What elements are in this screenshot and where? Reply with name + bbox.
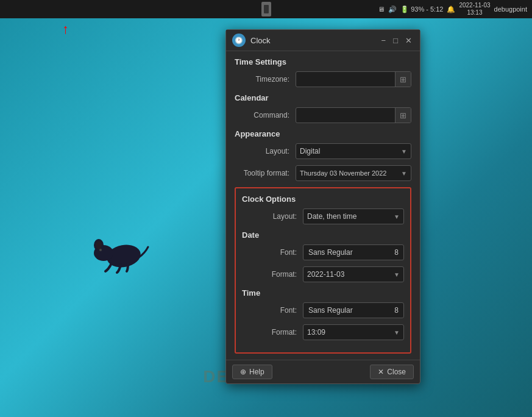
time-font-select[interactable]: Sans Regular 8 [303, 302, 404, 318]
dialog-title-area: 🕐 Clock [232, 34, 271, 47]
username-label: debugpoint [494, 5, 527, 13]
time-section-title: Time [242, 288, 404, 298]
taskbar-right: 🖥 🔊 🔋 93% - 5:12 🔔 2022-11-03 13:13 debu… [378, 2, 527, 16]
arrow-indicator: ↑ [62, 21, 69, 37]
battery-icon: 🔋 [400, 5, 409, 13]
time-font-size: 8 [394, 306, 399, 315]
layout-select[interactable]: Digital ▼ [296, 143, 411, 159]
system-date: 2022-11-03 [459, 2, 490, 9]
date-font-row: Font: Sans Regular 8 [242, 244, 404, 260]
command-row: Command: ⊞ [235, 107, 411, 123]
close-button[interactable]: ✕ Close [370, 365, 414, 379]
tooltip-format-value: Thursday 03 November 2022 [300, 169, 386, 177]
system-time: 13:13 [467, 9, 482, 16]
date-section-title: Date [242, 230, 404, 240]
time-font-value: Sans Regular [308, 306, 353, 315]
timezone-label: Timezone: [235, 75, 296, 84]
tooltip-format-arrow: ▼ [401, 170, 407, 177]
command-browse-icon: ⊞ [400, 111, 406, 120]
svg-point-3 [96, 241, 102, 249]
layout-select-arrow: ▼ [401, 148, 407, 155]
date-format-label: Format: [242, 270, 303, 279]
clock-dialog: 🕐 Clock − □ ✕ Time Settings Timezone: ⊞ [225, 29, 420, 384]
clock-layout-arrow: ▼ [394, 213, 400, 220]
dialog-body: Time Settings Timezone: ⊞ Calendar Comma… [226, 51, 420, 360]
timezone-browse-icon: ⊞ [400, 75, 406, 84]
close-label: Close [387, 368, 406, 376]
volume-icon: 🔊 [388, 5, 397, 13]
mouse-silhouette [90, 232, 139, 265]
battery-text: 93% - 5:12 [411, 5, 443, 13]
timezone-browse-button[interactable]: ⊞ [395, 72, 411, 87]
date-font-size: 8 [394, 248, 399, 257]
minimize-button[interactable]: − [380, 36, 388, 45]
dialog-footer: ⊕ Help ✕ Close [226, 360, 420, 383]
dialog-titlebar: 🕐 Clock − □ ✕ [226, 30, 420, 51]
dialog-window-controls: − □ ✕ [380, 36, 414, 45]
tooltip-format-select[interactable]: Thursday 03 November 2022 ▼ [296, 165, 411, 181]
clock-app-icon: 🕐 [232, 34, 246, 47]
date-font-value: Sans Regular [308, 248, 353, 257]
date-format-arrow: ▼ [394, 271, 400, 278]
clock-layout-select[interactable]: Date, then time ▼ [303, 208, 404, 224]
date-font-select[interactable]: Sans Regular 8 [303, 244, 404, 260]
time-font-label: Font: [242, 306, 303, 315]
clock-layout-row: Layout: Date, then time ▼ [242, 208, 404, 224]
layout-row: Layout: Digital ▼ [235, 143, 411, 159]
taskbar: 🖥 🔊 🔋 93% - 5:12 🔔 2022-11-03 13:13 debu… [0, 0, 532, 18]
network-icon: 🖥 [378, 5, 385, 13]
clock-options-title: Clock Options [242, 194, 404, 204]
help-label: Help [249, 368, 264, 376]
time-format-label: Format: [242, 328, 303, 337]
close-icon: ✕ [378, 368, 384, 376]
clock-layout-value: Date, then time [307, 212, 356, 221]
clock-layout-label: Layout: [242, 212, 303, 221]
clock-icon: 🕐 [235, 37, 243, 45]
timezone-input [296, 77, 395, 81]
calendar-title: Calendar [235, 93, 411, 102]
desktop: 🖥 🔊 🔋 93% - 5:12 🔔 2022-11-03 13:13 debu… [0, 0, 532, 417]
notification-bell-icon: 🔔 [447, 5, 455, 13]
close-dialog-button[interactable]: ✕ [403, 36, 414, 45]
date-font-label: Font: [242, 248, 303, 257]
appearance-title: Appearance [235, 129, 411, 138]
battery-indicator: 🔋 93% - 5:12 [400, 5, 443, 13]
date-format-row: Format: 2022-11-03 ▼ [242, 266, 404, 282]
svg-point-4 [99, 249, 102, 251]
layout-select-value: Digital [300, 147, 320, 155]
time-format-value: 13:09 [307, 328, 325, 337]
time-format-row: Format: 13:09 ▼ [242, 324, 404, 340]
tooltip-format-label: Tooltip format: [235, 169, 296, 177]
command-input [296, 113, 395, 117]
command-browse-button[interactable]: ⊞ [395, 108, 411, 123]
layout-label: Layout: [235, 147, 296, 155]
tooltip-row: Tooltip format: Thursday 03 November 202… [235, 165, 411, 181]
dialog-title-text: Clock [250, 36, 271, 45]
help-icon: ⊕ [240, 368, 246, 376]
command-label: Command: [235, 111, 296, 119]
command-input-group[interactable]: ⊞ [296, 107, 411, 123]
time-format-select[interactable]: 13:09 ▼ [303, 324, 404, 340]
date-format-select[interactable]: 2022-11-03 ▼ [303, 266, 404, 282]
time-font-row: Font: Sans Regular 8 [242, 302, 404, 318]
system-clock[interactable]: 2022-11-03 13:13 [459, 2, 490, 16]
taskbar-center-icon [261, 2, 271, 16]
help-button[interactable]: ⊕ Help [232, 365, 272, 379]
maximize-button[interactable]: □ [391, 36, 400, 45]
time-format-arrow: ▼ [394, 329, 400, 336]
clock-options-section: Clock Options Layout: Date, then time ▼ … [235, 187, 411, 354]
date-format-value: 2022-11-03 [307, 270, 344, 279]
timezone-row: Timezone: ⊞ [235, 71, 411, 87]
timezone-input-group[interactable]: ⊞ [296, 71, 411, 87]
time-settings-title: Time Settings [235, 57, 411, 66]
